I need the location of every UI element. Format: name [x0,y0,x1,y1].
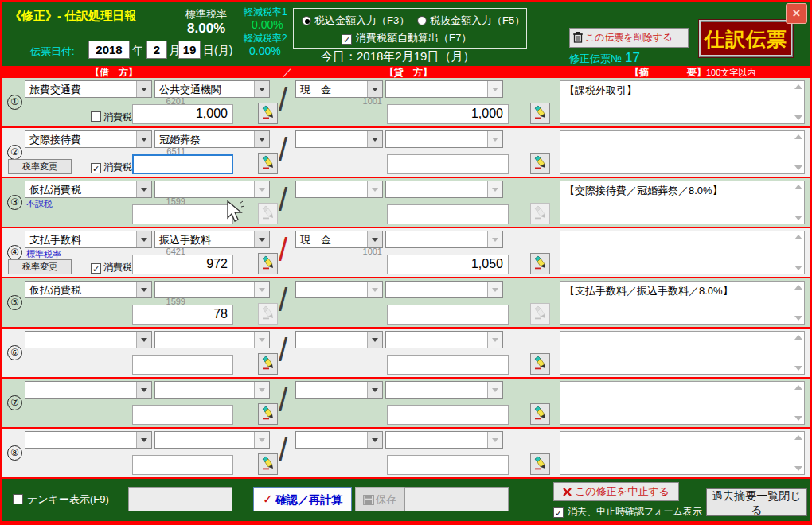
credit-account-select[interactable] [295,281,383,298]
rate-change-button[interactable]: 税率変更 [8,259,72,274]
cancel-edit-button[interactable]: この修正を中止する [553,482,679,501]
scroll-down-icon[interactable] [794,165,802,170]
memo-edit-icon-button[interactable] [258,103,278,124]
date-year-input[interactable]: 2018 [88,41,130,59]
date-day-input[interactable]: 19 [178,41,201,59]
debit-amount-input[interactable] [132,154,233,174]
consumption-tax-checkbox[interactable]: ✓消費税 [91,161,132,174]
debit-subaccount-select[interactable] [154,381,270,399]
scroll-down-icon[interactable] [794,316,802,321]
credit-account-select[interactable] [295,431,383,449]
scroll-up-icon[interactable] [794,385,802,390]
save-button[interactable]: 保存 [355,487,404,511]
scroll-up-icon[interactable] [794,235,802,239]
memo-edit-icon-button[interactable] [530,453,550,475]
credit-amount-input[interactable] [387,154,509,174]
memo-textarea[interactable] [560,231,805,274]
debit-account-select[interactable] [25,381,152,399]
debit-subaccount-select[interactable] [154,281,270,298]
credit-subaccount-select[interactable] [385,381,503,399]
scroll-up-icon[interactable] [794,335,802,340]
memo-edit-icon-button[interactable] [530,253,550,274]
consumption-tax-checkbox[interactable]: ✓消費税 [91,261,132,274]
date-month-input[interactable]: 2 [146,41,167,59]
scroll-down-icon[interactable] [794,366,802,371]
debit-amount-input[interactable] [132,455,233,475]
scroll-up-icon[interactable] [794,435,802,440]
memo-textarea[interactable] [560,331,805,375]
debit-amount-input[interactable]: 1,000 [132,104,233,124]
credit-subaccount-select[interactable] [385,231,503,248]
credit-subaccount-select[interactable] [385,331,503,348]
status-display-right[interactable] [404,487,509,511]
credit-amount-input[interactable] [387,355,509,375]
memo-edit-icon-button[interactable] [530,353,550,375]
debit-account-select[interactable]: 仮払消費税 [25,181,152,198]
scroll-up-icon[interactable] [794,285,802,290]
credit-amount-input[interactable] [387,204,509,224]
debit-amount-input[interactable]: 78 [132,305,233,325]
debit-account-select[interactable]: 仮払消費税 [25,281,152,298]
memo-textarea[interactable]: 【支払手数料／振込手数料／8.0%】 [560,281,805,325]
memo-edit-icon-button[interactable] [258,353,278,375]
radio-tax-excluded[interactable]: 税抜金額入力（F5） [417,14,525,28]
credit-account-select[interactable] [295,331,383,348]
debit-amount-input[interactable] [132,405,233,425]
memo-edit-icon-button[interactable] [530,403,550,425]
credit-account-select[interactable]: 現 金 [295,80,383,98]
memo-textarea[interactable] [560,381,805,425]
debit-account-select[interactable] [25,331,152,348]
debit-subaccount-select[interactable] [154,181,270,198]
radio-tax-included[interactable]: 税込金額入力（F3） [302,14,409,28]
credit-subaccount-select[interactable] [385,130,503,148]
debit-amount-input[interactable] [132,204,233,224]
debit-subaccount-select[interactable]: 冠婚葬祭 [154,130,270,148]
credit-subaccount-select[interactable] [385,80,503,98]
credit-subaccount-select[interactable] [385,281,503,298]
debit-amount-input[interactable] [132,355,233,375]
debit-account-select[interactable]: 旅費交通費 [25,80,152,98]
credit-amount-input[interactable] [387,455,509,475]
credit-amount-input[interactable] [387,405,509,425]
credit-amount-input[interactable]: 1,000 [387,104,509,124]
scroll-up-icon[interactable] [794,134,802,139]
memo-textarea[interactable] [560,130,805,174]
memo-textarea[interactable]: 【交際接待費／冠婚葬祭／8.0%】 [560,181,805,224]
scroll-up-icon[interactable] [794,84,802,89]
debit-account-select[interactable]: 交際接待費 [25,130,152,148]
memo-textarea[interactable]: 【課税外取引】 [560,80,805,124]
scroll-down-icon[interactable] [794,466,802,471]
confirm-form-checkbox[interactable]: ✓消去、中止時確認フォーム表示 [553,505,702,519]
memo-edit-icon-button[interactable] [530,303,550,325]
journal-voucher-button[interactable]: 仕訳伝票 [699,20,793,57]
status-display-left[interactable] [128,487,232,511]
credit-account-select[interactable]: 現 金 [295,231,383,248]
memo-edit-icon-button[interactable] [530,203,550,224]
scroll-down-icon[interactable] [794,115,802,120]
credit-amount-input[interactable] [387,305,509,325]
memo-edit-icon-button[interactable] [258,153,278,174]
close-button[interactable]: × [786,3,807,24]
debit-subaccount-select[interactable] [154,331,270,348]
scroll-up-icon[interactable] [794,185,802,189]
debit-subaccount-select[interactable]: 振込手数料 [154,231,270,248]
numpad-checkbox[interactable]: テンキー表示(F9) [13,492,109,507]
memo-edit-icon-button[interactable] [258,303,278,325]
credit-amount-input[interactable]: 1,050 [387,255,509,274]
debit-subaccount-select[interactable] [154,431,270,449]
scroll-down-icon[interactable] [794,416,802,421]
memo-edit-icon-button[interactable] [258,253,278,274]
rate-change-button[interactable]: 税率変更 [8,159,72,174]
auto-tax-checkbox[interactable]: ✓消費税額自動算出（F7） [342,31,471,45]
memo-textarea[interactable] [560,431,805,475]
credit-account-select[interactable] [295,181,383,198]
memo-edit-icon-button[interactable] [530,153,550,174]
debit-account-select[interactable] [25,431,152,449]
memo-edit-icon-button[interactable] [258,203,278,224]
credit-subaccount-select[interactable] [385,181,503,198]
scroll-down-icon[interactable] [794,216,802,220]
debit-account-select[interactable]: 支払手数料 [25,231,152,248]
consumption-tax-checkbox[interactable]: 消費税 [91,111,132,124]
memo-edit-icon-button[interactable] [258,403,278,425]
past-memo-list-button[interactable]: 過去摘要一覧閉じる [706,488,807,516]
